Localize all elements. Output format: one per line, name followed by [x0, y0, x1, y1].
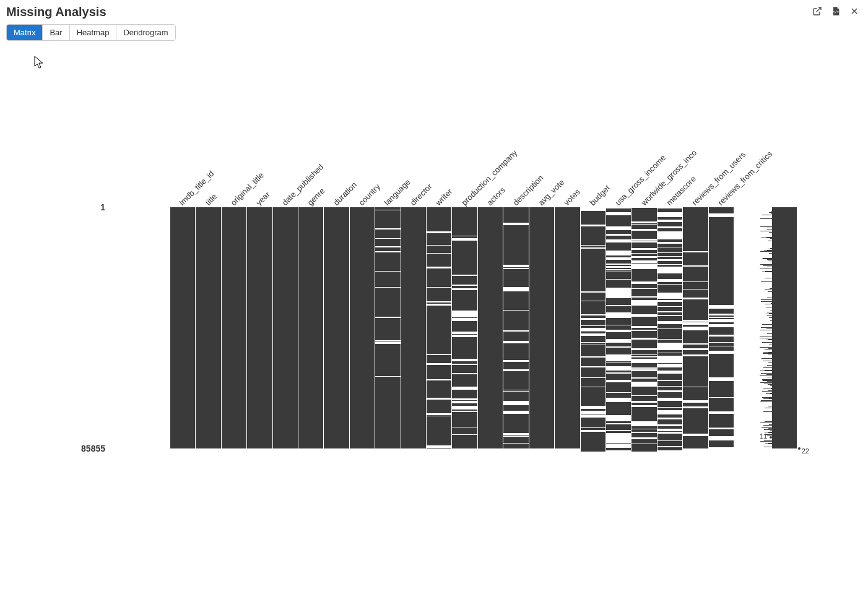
- matrix-column: [555, 207, 579, 448]
- matrix-column: [247, 207, 272, 448]
- cursor-icon: [34, 56, 45, 69]
- matrix-column: [503, 207, 528, 448]
- sparkline-min-label: 11: [760, 432, 767, 440]
- column-label: actors: [485, 185, 508, 207]
- matrix-column: [222, 207, 246, 448]
- tab-matrix[interactable]: Matrix: [7, 25, 43, 40]
- page-title: Missing Analysis: [6, 5, 106, 19]
- view-tabs: Matrix Bar Heatmap Dendrogram: [6, 24, 176, 41]
- matrix-column: [478, 207, 503, 448]
- tab-heatmap[interactable]: Heatmap: [70, 25, 117, 40]
- open-external-icon[interactable]: [812, 6, 822, 16]
- matrix-column: [606, 207, 631, 448]
- matrix-column: [427, 207, 451, 448]
- matrix-column: [375, 207, 400, 448]
- matrix-column: [196, 207, 220, 448]
- matrix-column: [631, 207, 656, 448]
- sparkline: 11 22: [760, 207, 797, 448]
- matrix-column: [529, 207, 554, 448]
- column-label: title: [203, 192, 219, 207]
- matrix-column: [273, 207, 298, 448]
- tab-dendrogram[interactable]: Dendrogram: [116, 25, 175, 40]
- matrix-column: [401, 207, 426, 448]
- code-file-icon[interactable]: </>: [831, 6, 841, 16]
- matrix-column: [581, 207, 605, 448]
- matrix-column: [683, 207, 708, 448]
- missing-matrix-chart: imdb_title_idtitleoriginal_titleyeardate…: [62, 164, 743, 455]
- matrix-column: [452, 207, 477, 448]
- sparkline-max-label: 22: [802, 447, 809, 455]
- tab-bar[interactable]: Bar: [43, 25, 69, 40]
- header-actions: </>: [812, 5, 862, 16]
- matrix-column: [298, 207, 323, 448]
- column-label: director: [408, 182, 433, 207]
- matrix-column: [170, 207, 195, 448]
- close-icon[interactable]: [849, 6, 859, 16]
- y-tick-top: 1: [62, 202, 105, 212]
- svg-line-0: [817, 7, 821, 12]
- column-label: writer: [434, 187, 454, 207]
- column-label: country: [357, 182, 382, 207]
- column-label: budget: [588, 183, 612, 207]
- matrix-column: [350, 207, 375, 448]
- svg-text:</>: </>: [833, 9, 840, 14]
- column-label: votes: [562, 187, 583, 207]
- column-label: genre: [306, 186, 327, 207]
- matrix-column: [324, 207, 349, 448]
- matrix-column: [709, 207, 734, 448]
- column-label: language: [383, 178, 412, 207]
- column-label: duration: [331, 180, 358, 207]
- y-tick-bottom: 85855: [62, 444, 105, 453]
- matrix-column: [658, 207, 682, 448]
- column-label: year: [254, 190, 272, 207]
